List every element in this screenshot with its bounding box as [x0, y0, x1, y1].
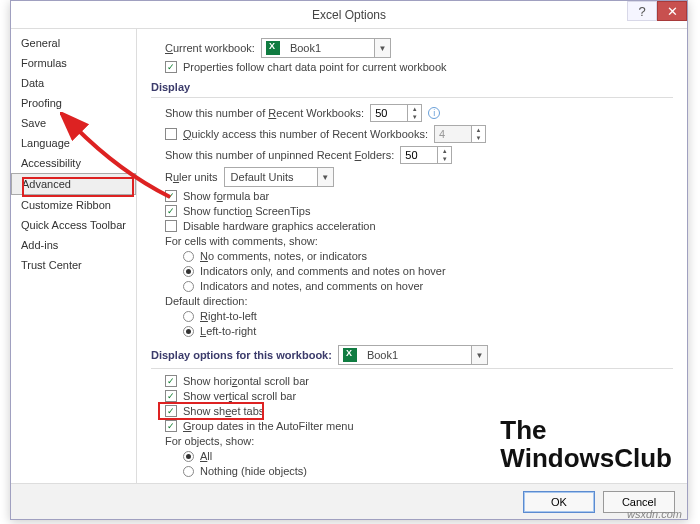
- recent-wb-label: Show this number of Recent Workbooks:: [165, 107, 364, 119]
- comments-indnotes-radio[interactable]: [183, 281, 194, 292]
- excel-icon: [343, 348, 357, 362]
- sidebar-item-general[interactable]: General: [11, 33, 136, 53]
- dir-header-label: Default direction:: [165, 295, 248, 307]
- sheet-tabs-checkbox[interactable]: [165, 405, 177, 417]
- watermark-url: wsxdn.com: [627, 508, 682, 520]
- obj-all-radio[interactable]: [183, 451, 194, 462]
- sidebar-item-addins[interactable]: Add-ins: [11, 235, 136, 255]
- sidebar-item-formulas[interactable]: Formulas: [11, 53, 136, 73]
- group-dates-checkbox[interactable]: [165, 420, 177, 432]
- help-button[interactable]: ?: [627, 1, 657, 21]
- disp-wb-header: Display options for this workbook:: [151, 349, 332, 361]
- sidebar-item-quick-access[interactable]: Quick Access Toolbar: [11, 215, 136, 235]
- show-tips-checkbox[interactable]: [165, 205, 177, 217]
- options-panel: CCurrent workbook:urrent workbook: Book1…: [137, 29, 687, 483]
- hscroll-label: Show horizontal scroll bar: [183, 375, 309, 387]
- sidebar-item-proofing[interactable]: Proofing: [11, 93, 136, 113]
- dir-rtl-radio[interactable]: [183, 311, 194, 322]
- objects-header-label: For objects, show:: [165, 435, 254, 447]
- disable-hw-checkbox[interactable]: [165, 220, 177, 232]
- comments-none-radio[interactable]: [183, 251, 194, 262]
- sidebar-item-advanced[interactable]: Advanced: [11, 173, 136, 195]
- info-icon[interactable]: i: [428, 107, 440, 119]
- prop-follow-label: Properties follow chart data point for c…: [183, 61, 447, 73]
- recent-folders-label: Show this number of unpinned Recent Fold…: [165, 149, 394, 161]
- comments-header-label: For cells with comments, show:: [165, 235, 318, 247]
- hscroll-checkbox[interactable]: [165, 375, 177, 387]
- show-formula-checkbox[interactable]: [165, 190, 177, 202]
- chevron-down-icon: ▼: [374, 39, 390, 57]
- watermark-logo: The WindowsClub: [500, 417, 672, 472]
- dialog-footer: OK Cancel: [11, 483, 687, 519]
- comments-ind-radio[interactable]: [183, 266, 194, 277]
- sidebar-item-accessibility[interactable]: Accessibility: [11, 153, 136, 173]
- current-workbook-label: CCurrent workbook:urrent workbook:: [165, 42, 255, 54]
- display-section-header: Display: [151, 81, 673, 93]
- titlebar[interactable]: Excel Options ? ✕: [11, 1, 687, 29]
- chevron-down-icon: ▼: [471, 346, 487, 364]
- window-title: Excel Options: [11, 8, 687, 22]
- quick-access-spinner: ▲▼: [434, 125, 486, 143]
- ruler-label: Ruler units: [165, 171, 218, 183]
- sidebar-item-customize-ribbon[interactable]: Customize Ribbon: [11, 195, 136, 215]
- dir-rtl-label: Right-to-left: [200, 310, 257, 322]
- ruler-combo[interactable]: Default Units ▼: [224, 167, 334, 187]
- sidebar-item-language[interactable]: Language: [11, 133, 136, 153]
- obj-none-label: Nothing (hide objects): [200, 465, 307, 477]
- sidebar-item-save[interactable]: Save: [11, 113, 136, 133]
- vscroll-checkbox[interactable]: [165, 390, 177, 402]
- sheet-tabs-label: Show sheet tabs: [183, 405, 264, 417]
- prop-follow-checkbox[interactable]: [165, 61, 177, 73]
- quick-access-label: Quickly access this number of Recent Wor…: [183, 128, 428, 140]
- comments-ind-label: Indicators only, and comments and notes …: [200, 265, 446, 277]
- chevron-down-icon: ▼: [317, 168, 333, 186]
- sidebar-item-data[interactable]: Data: [11, 73, 136, 93]
- disp-wb-combo[interactable]: Book1 ▼: [338, 345, 488, 365]
- obj-all-label: All: [200, 450, 212, 462]
- sidebar-item-trust-center[interactable]: Trust Center: [11, 255, 136, 275]
- dir-ltr-radio[interactable]: [183, 326, 194, 337]
- show-tips-label: Show function ScreenTips: [183, 205, 310, 217]
- show-formula-label: Show formula bar: [183, 190, 269, 202]
- current-workbook-combo[interactable]: Book1 ▼: [261, 38, 391, 58]
- quick-access-checkbox[interactable]: [165, 128, 177, 140]
- comments-indnotes-label: Indicators and notes, and comments on ho…: [200, 280, 423, 292]
- recent-wb-spinner[interactable]: ▲▼: [370, 104, 422, 122]
- recent-folders-spinner[interactable]: ▲▼: [400, 146, 452, 164]
- ok-button[interactable]: OK: [523, 491, 595, 513]
- vscroll-label: Show vertical scroll bar: [183, 390, 296, 402]
- obj-none-radio[interactable]: [183, 466, 194, 477]
- dir-ltr-label: Left-to-right: [200, 325, 256, 337]
- group-dates-label: Group dates in the AutoFilter menu: [183, 420, 354, 432]
- excel-icon: [266, 41, 280, 55]
- comments-none-label: No comments, notes, or indicators: [200, 250, 367, 262]
- category-sidebar: General Formulas Data Proofing Save Lang…: [11, 29, 137, 483]
- disable-hw-label: Disable hardware graphics acceleration: [183, 220, 376, 232]
- close-button[interactable]: ✕: [657, 1, 687, 21]
